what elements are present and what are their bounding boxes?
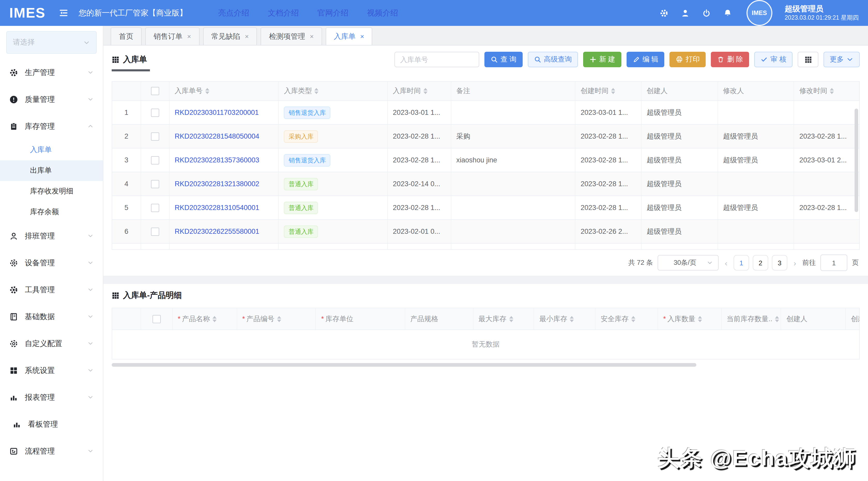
delete-button[interactable]: 删 除 (711, 52, 749, 67)
sidebar-select[interactable]: 请选择 (6, 31, 97, 54)
sort-caret-icon[interactable] (631, 316, 636, 322)
order-number-link[interactable]: RKD202302281321380002 (175, 180, 259, 188)
sort-caret-icon[interactable] (509, 316, 513, 322)
tab-2[interactable]: 常见缺陷× (203, 27, 257, 45)
sidebar-item-1[interactable]: 质量管理 (0, 86, 103, 113)
detail-column-header-5[interactable]: 最小库存 (534, 308, 596, 329)
top-nav-link-0[interactable]: 亮点介绍 (218, 8, 249, 18)
top-nav-link-3[interactable]: 视频介绍 (367, 8, 398, 18)
sidebar-item-6[interactable]: 基础数据 (0, 303, 103, 330)
create-button[interactable]: 新 建 (583, 52, 621, 67)
create-time-cell: 2023-02-28 1... (576, 148, 641, 172)
chevron-down-icon (87, 287, 94, 293)
order-number-search-input[interactable] (395, 52, 479, 67)
notifications-bell-icon[interactable] (723, 8, 732, 17)
tab-1[interactable]: 销售订单× (145, 27, 199, 45)
profile-person-icon[interactable] (681, 8, 690, 17)
sidebar-item-0[interactable]: 生产管理 (0, 59, 103, 86)
close-icon[interactable]: × (187, 33, 191, 40)
next-page-arrow[interactable]: › (792, 258, 798, 267)
page-number-1[interactable]: 1 (734, 255, 749, 270)
sort-caret-icon[interactable] (213, 316, 217, 322)
close-icon[interactable]: × (360, 33, 364, 40)
sort-caret-icon[interactable] (830, 88, 834, 94)
order-number-link[interactable]: RKD202303011703200001 (175, 109, 259, 116)
sidebar-item-2[interactable]: 库存管理 (0, 113, 103, 140)
column-header-2[interactable]: 入库时间 (388, 82, 451, 100)
column-header-4[interactable]: 创建时间 (576, 82, 641, 100)
sort-caret-icon[interactable] (205, 88, 209, 94)
column-header-1[interactable]: 入库类型 (279, 82, 388, 100)
order-number-link[interactable]: RKD202302281548050004 (175, 132, 259, 140)
more-button[interactable]: 更多 (824, 52, 860, 67)
creator-cell: 超级管理员 (642, 172, 718, 196)
row-checkbox[interactable] (151, 227, 159, 236)
sidebar-item-7[interactable]: 自定义配置 (0, 330, 103, 357)
select-all-checkbox[interactable] (151, 87, 159, 95)
close-icon[interactable]: × (245, 33, 249, 40)
horizontal-scrollbar[interactable] (112, 363, 696, 367)
sidebar-subitem-2-2[interactable]: 库存收发明细 (0, 181, 103, 202)
sidebar-subitem-2-0[interactable]: 入库单 (0, 140, 103, 160)
sidebar-item-5[interactable]: 工具管理 (0, 276, 103, 303)
column-settings-button[interactable] (798, 52, 818, 67)
edit-button[interactable]: 编 辑 (626, 52, 664, 67)
prev-page-arrow[interactable]: ‹ (723, 258, 729, 267)
settings-gear-icon[interactable] (660, 8, 669, 17)
sort-caret-icon[interactable] (698, 316, 702, 322)
sort-caret-icon[interactable] (315, 88, 319, 94)
sort-caret-icon[interactable] (570, 316, 574, 322)
row-checkbox[interactable] (151, 108, 159, 117)
order-number-link[interactable]: RKD202302262255580001 (175, 228, 259, 235)
page-size-select[interactable]: 30条/页 (658, 255, 719, 270)
tab-4[interactable]: 入库单× (326, 27, 372, 45)
detail-column-header-8[interactable]: 当前库存数量.. (721, 308, 781, 329)
column-header-7[interactable]: 修改时间 (794, 82, 860, 100)
sidebar-subitem-2-3[interactable]: 库存余额 (0, 202, 103, 222)
detail-column-header-4[interactable]: 最大库存 (473, 308, 534, 329)
detail-column-header-0[interactable]: *产品名称 (173, 308, 237, 329)
detail-column-header-6[interactable]: 安全库存 (595, 308, 658, 329)
top-nav-link-1[interactable]: 文档介绍 (268, 8, 299, 18)
sidebar-item-11[interactable]: 流程管理 (0, 438, 103, 464)
tab-0[interactable]: 首页 (111, 27, 142, 45)
sidebar-subitem-2-1[interactable]: 出库单 (0, 160, 103, 181)
sort-caret-icon[interactable] (611, 88, 615, 94)
detail-column-header-1[interactable]: *产品编号 (237, 308, 316, 329)
inbound-orders-panel: 入库单 查 询高级查询新 建编 辑打印删 除审 核更多 入库单号入库类型入库时间… (103, 46, 868, 276)
goto-page-input[interactable] (820, 254, 847, 271)
sidebar-item-8[interactable]: 系统设置 (0, 357, 103, 384)
column-header-label: 库存单位 (326, 314, 353, 324)
row-checkbox[interactable] (151, 132, 159, 141)
sidebar-item-10[interactable]: 看板管理 (0, 411, 103, 438)
sort-caret-icon[interactable] (277, 316, 281, 322)
avatar[interactable]: IMES (746, 0, 772, 26)
print-button[interactable]: 打印 (670, 52, 706, 67)
page-number-3[interactable]: 3 (772, 255, 787, 270)
search-button[interactable]: 查 询 (485, 52, 523, 67)
audit-button[interactable]: 审 核 (754, 52, 793, 67)
row-checkbox[interactable] (151, 156, 159, 164)
top-nav-link-2[interactable]: 官网介绍 (317, 8, 348, 18)
tab-3[interactable]: 检测项管理× (260, 27, 322, 45)
row-checkbox[interactable] (151, 204, 159, 212)
row-checkbox[interactable] (151, 180, 159, 188)
vertical-scrollbar[interactable] (855, 109, 858, 212)
sidebar-item-9[interactable]: 报表管理 (0, 384, 103, 411)
page-number-2[interactable]: 2 (753, 255, 768, 270)
section-title-detail: 入库单-产品明细 (112, 290, 860, 301)
sort-caret-icon[interactable] (775, 316, 779, 322)
sidebar-item-3[interactable]: 排班管理 (0, 222, 103, 249)
chev-icon (846, 56, 854, 63)
detail-column-header-7[interactable]: *入库数量 (658, 308, 721, 329)
column-header-0[interactable]: 入库单号 (169, 82, 279, 100)
order-number-link[interactable]: RKD202302281310540001 (175, 204, 259, 212)
sidebar-toggle-icon[interactable] (59, 8, 68, 18)
close-icon[interactable]: × (310, 33, 314, 40)
sort-caret-icon[interactable] (424, 88, 428, 94)
select-all-checkbox[interactable] (153, 315, 161, 323)
sidebar-item-4[interactable]: 设备管理 (0, 249, 103, 276)
logout-power-icon[interactable] (702, 8, 711, 17)
advanced-search-button[interactable]: 高级查询 (528, 52, 578, 67)
order-number-link[interactable]: RKD202302281357360003 (175, 156, 259, 164)
